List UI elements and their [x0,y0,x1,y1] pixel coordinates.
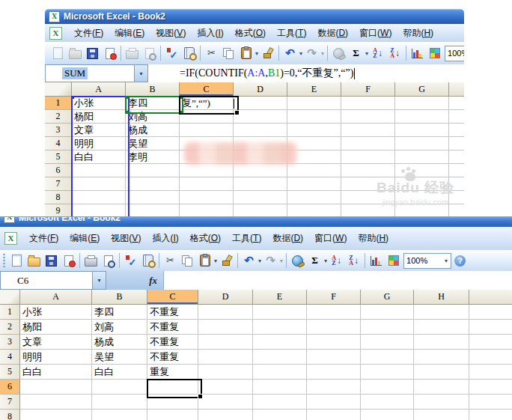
cell-a3[interactable]: 文章 [20,335,92,350]
menu-tools[interactable]: 工具(T) [275,25,308,41]
select-all-corner[interactable] [0,290,20,305]
sort-ascending-icon[interactable]: AZ↓ [370,46,385,61]
redo-dropdown-icon[interactable]: ▾ [280,258,283,264]
cell[interactable] [361,335,414,350]
cell-a2[interactable]: 杨阳 [20,320,92,335]
cell[interactable] [198,410,253,420]
column-header-a[interactable]: A [20,290,92,305]
column-header-f[interactable]: F [341,82,395,97]
cell[interactable] [253,305,307,320]
menu-format[interactable]: 格式(O) [233,25,268,41]
autosum-icon[interactable]: Σ [307,253,323,269]
cell[interactable] [72,191,126,204]
cell[interactable] [147,410,198,420]
cell[interactable] [395,137,449,150]
research-icon[interactable] [181,46,197,61]
menu-insert[interactable]: 插入(I) [150,231,180,246]
menu-edit[interactable]: 编辑(E) [67,231,102,246]
menu-file[interactable]: 文件(F) [72,25,106,41]
menu-format[interactable]: 格式(O) [188,231,223,246]
zoom-dropdown-icon[interactable]: ▾ [445,258,448,264]
cell[interactable] [414,335,469,350]
row-header-1[interactable]: 1 [45,97,72,110]
cell[interactable] [395,164,449,177]
open-file-icon[interactable] [67,46,83,61]
cell-a5[interactable]: 白白 [20,365,92,380]
help-icon[interactable]: ? [452,253,468,269]
cell[interactable] [449,110,464,124]
row-header-7[interactable]: 7 [45,177,72,191]
cell-a4[interactable]: 明明 [20,350,92,365]
cell-a5[interactable]: 白白 [72,150,126,164]
undo-icon[interactable]: ↶ [282,46,298,61]
cell-b3[interactable]: 杨成 [126,124,180,137]
cell[interactable] [395,110,449,124]
cell[interactable] [469,335,512,350]
cell[interactable] [253,320,307,335]
menu-help[interactable]: 帮助(H) [400,25,436,41]
cell[interactable] [198,305,253,320]
cell[interactable] [414,380,469,395]
cell[interactable] [253,365,307,380]
name-box[interactable]: C6 [0,271,92,290]
cell[interactable] [361,410,414,420]
menu-insert[interactable]: 插入(I) [195,25,225,41]
row-header-2[interactable]: 2 [45,110,72,124]
row-header-5[interactable]: 5 [0,365,20,380]
cell[interactable] [361,320,414,335]
column-header-c[interactable]: C [180,82,234,97]
paste-dropdown-icon[interactable]: ▾ [255,50,258,57]
menu-help[interactable]: 帮助(H) [356,231,391,246]
undo-dropdown-icon[interactable]: ▾ [299,50,302,57]
chart-wizard-icon[interactable] [368,253,384,269]
cell[interactable] [180,150,234,164]
cell[interactable] [92,380,147,395]
cell[interactable] [341,164,395,177]
sort-ascending-icon[interactable]: AZ↓ [329,253,344,269]
cell[interactable] [234,137,287,150]
cell[interactable] [92,395,147,410]
cell[interactable] [198,350,253,365]
print-icon[interactable] [83,253,99,269]
new-document-icon[interactable] [50,46,66,61]
name-box-dropdown-icon[interactable]: ▾ [134,64,148,82]
zoom-select[interactable]: 100%▾ [445,46,464,61]
cell[interactable] [307,320,361,335]
cell[interactable] [234,204,287,217]
cell[interactable] [180,110,234,124]
cell-a1[interactable]: 小张 [72,97,126,110]
redo-dropdown-icon[interactable]: ▾ [321,50,324,57]
spelling-icon[interactable]: ✓ [164,46,180,61]
undo-icon[interactable]: ↶ [241,253,257,269]
cell[interactable] [307,395,361,410]
row-header-8[interactable]: 8 [45,191,72,204]
undo-dropdown-icon[interactable]: ▾ [258,258,261,264]
cell[interactable] [234,150,287,164]
cell[interactable] [449,97,464,110]
cell[interactable] [287,164,341,177]
name-box-dropdown-icon[interactable]: ▾ [92,271,106,290]
cell[interactable] [361,305,414,320]
formula-input[interactable]: =IF(COUNTIF(A:A,B1)=0,“不重复”,“”) [148,64,464,82]
column-header-g[interactable]: G [361,290,414,305]
redo-icon[interactable]: ↷ [263,253,278,269]
cell[interactable] [395,177,449,191]
title-bar-bottom-clipped[interactable]: X Microsoft Excel - Book2 [0,217,512,227]
cell-b4[interactable]: 吴望 [92,350,147,365]
insert-function-button[interactable]: fx [106,271,164,290]
cell[interactable] [341,177,395,191]
cell[interactable] [414,395,469,410]
cell[interactable] [198,365,253,380]
cell[interactable] [180,137,234,150]
cell[interactable] [287,191,341,204]
sort-descending-icon[interactable]: ZA↓ [346,253,362,269]
cell[interactable] [395,150,449,164]
cell[interactable] [234,97,287,110]
save-icon[interactable] [43,253,59,269]
cell[interactable] [126,177,180,191]
row-header-1[interactable]: 1 [0,305,20,320]
cell[interactable] [234,110,287,124]
column-header-a[interactable]: A [72,82,126,97]
column-header-partial[interactable] [449,82,464,97]
cell[interactable] [449,191,464,204]
